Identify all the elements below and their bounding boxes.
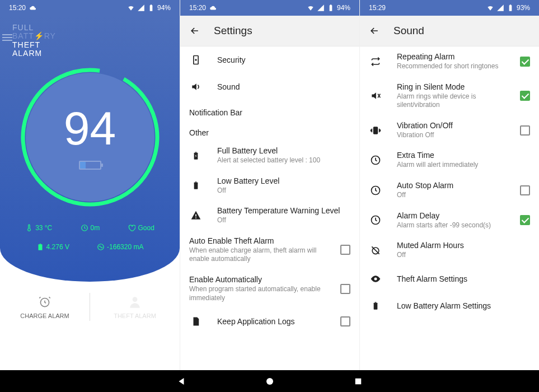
status-battery: 94%: [337, 4, 350, 12]
row-full-battery[interactable]: Full Battery LevelAlert at selected batt…: [180, 141, 359, 171]
row-vibration[interactable]: Vibration On/OffVibration Off: [360, 115, 539, 146]
stat-current: -166320 mA: [97, 243, 143, 251]
svg-point-23: [266, 378, 273, 385]
stat-voltage: 4.276 V: [36, 243, 69, 251]
screen-sound: 15:29 93% Sound Repeating AlarmRecommend…: [359, 0, 539, 370]
page-title: Settings: [214, 25, 252, 37]
signal-icon: [137, 4, 145, 12]
signal-icon: [496, 4, 504, 12]
row-auto-stop[interactable]: Auto Stop AlarmOff: [360, 175, 539, 206]
page-title: Sound: [393, 25, 424, 37]
status-bar: 15:29 93%: [360, 0, 539, 16]
svg-rect-14: [195, 217, 196, 218]
alarm-off-icon: [370, 245, 381, 256]
alarm-clock-icon: [38, 295, 52, 309]
tab-charge-alarm[interactable]: CHARGE ALARM: [0, 282, 90, 332]
battery-small-icon: [79, 161, 101, 170]
appbar: Settings: [180, 16, 359, 46]
back-icon[interactable]: [189, 25, 200, 36]
vibration-icon: [370, 125, 381, 136]
checkbox-vibration[interactable]: [520, 125, 530, 136]
row-extra-time[interactable]: Extra TimeAlarm will alert immediately: [360, 145, 539, 175]
thermometer-icon: [25, 224, 33, 232]
checkbox-keep-logs[interactable]: [340, 316, 350, 326]
signal-icon: [317, 4, 325, 12]
row-sound[interactable]: Sound: [180, 73, 359, 100]
tab-theft-alarm[interactable]: THEFT ALARM: [90, 282, 180, 332]
checkbox-autostop[interactable]: [520, 185, 530, 195]
svg-rect-3: [39, 244, 40, 244]
screen-settings: 15:20 94% Settings Security Sound Notifi…: [180, 0, 359, 370]
main-panel: FULL BATT⚡RY THEFT ALARM 94 33 °C: [0, 16, 180, 282]
nav-recent-icon[interactable]: [353, 376, 363, 386]
file-icon: [191, 316, 201, 327]
clock-icon: [370, 214, 381, 226]
row-muted-hours[interactable]: Muted Alarm HoursOff: [360, 235, 539, 265]
battery-icon: [507, 4, 514, 12]
heart-icon: [128, 224, 135, 232]
row-auto-theft[interactable]: Auto Enable Theft AlarmWhen enable charg…: [180, 231, 359, 269]
row-alarm-delay[interactable]: Alarm DelayAlarm starts after -99 second…: [360, 206, 539, 236]
screen-main: 15:20 94% FULL BATT⚡RY THEFT ALARM 94: [0, 0, 180, 370]
nav-home-icon[interactable]: [265, 376, 275, 386]
svg-rect-24: [355, 378, 361, 384]
row-theft-settings[interactable]: Theft Alarm Settings: [360, 265, 539, 292]
app-logo: FULL BATT⚡RY THEFT ALARM: [12, 24, 56, 58]
status-time: 15:20: [9, 4, 26, 12]
stat-time: 0m: [81, 224, 100, 232]
clock-icon: [81, 224, 88, 232]
battery-icon: [371, 300, 380, 311]
warning-icon: [190, 210, 201, 221]
svg-rect-2: [38, 244, 42, 250]
status-battery: 93%: [517, 4, 530, 12]
row-keep-logs[interactable]: Keep Application Logs: [180, 308, 359, 335]
sound-list[interactable]: Repeating AlarmRecommended for short rin…: [360, 46, 539, 370]
back-icon[interactable]: [369, 25, 380, 36]
stat-temp: 33 °C: [25, 224, 52, 232]
phone-lock-icon: [190, 54, 201, 66]
svg-point-6: [133, 297, 138, 302]
row-low-batt-settings[interactable]: Low Battery Alarm Settings: [360, 292, 539, 319]
checkbox-delay[interactable]: [520, 215, 530, 225]
row-low-battery[interactable]: Low Battery LevelOff: [180, 171, 359, 201]
repeat-icon: [370, 56, 381, 67]
row-repeating[interactable]: Repeating AlarmRecommended for short rin…: [360, 46, 539, 77]
battery-percent: 94: [64, 105, 116, 152]
battery-low-icon: [191, 180, 200, 191]
battery-charge-icon: [36, 243, 44, 251]
menu-icon[interactable]: [2, 32, 12, 43]
battery-icon: [147, 4, 155, 12]
eye-icon: [370, 273, 381, 284]
clock-icon: [370, 185, 381, 196]
row-auto-enable[interactable]: Enable AutomaticallyWhen program started…: [180, 269, 359, 308]
row-temp-warning[interactable]: Battery Temperature Warning LevelOff: [180, 200, 359, 231]
battery-icon: [327, 4, 335, 12]
svg-rect-11: [194, 183, 198, 189]
settings-list[interactable]: Security Sound Notification Bar Other Fu…: [180, 46, 359, 370]
speaker-icon: [190, 81, 201, 92]
android-navbar: [0, 370, 539, 392]
battery-circle: 94: [20, 67, 160, 207]
checkbox-repeating[interactable]: [520, 57, 530, 67]
status-time: 15:20: [189, 4, 206, 12]
checkbox-auto-theft[interactable]: [340, 245, 350, 255]
row-security[interactable]: Security: [180, 46, 359, 73]
nav-back-icon[interactable]: [176, 376, 186, 386]
status-battery: 94%: [157, 4, 171, 12]
svg-rect-21: [374, 302, 378, 309]
section-other: Other: [180, 120, 359, 141]
status-bar: 15:20 94%: [180, 0, 359, 16]
appbar: Sound: [360, 16, 539, 46]
stats-row-2: 4.276 V -166320 mA: [0, 243, 180, 251]
checkbox-auto-enable[interactable]: [340, 284, 350, 294]
section-notification: Notification Bar: [180, 100, 359, 120]
svg-point-8: [195, 59, 196, 60]
wave-icon: [97, 243, 105, 251]
svg-rect-12: [195, 182, 197, 183]
cloud-icon: [209, 4, 217, 12]
svg-rect-10: [195, 152, 197, 152]
stat-health: Good: [128, 224, 154, 232]
row-silent[interactable]: Ring in Silent ModeAlarm rings while dev…: [360, 77, 539, 115]
battery-full-icon: [191, 150, 200, 161]
checkbox-silent[interactable]: [520, 91, 530, 101]
